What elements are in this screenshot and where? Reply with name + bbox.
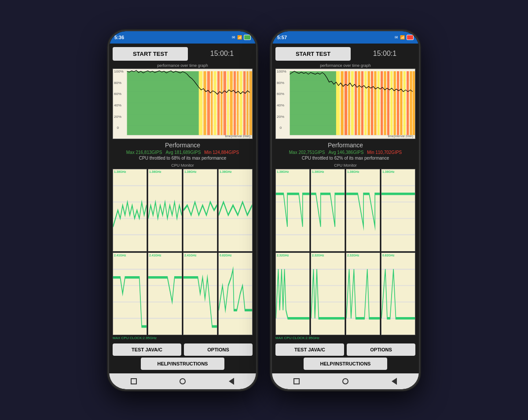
- svg-rect-140: [346, 253, 380, 335]
- perf-min-1: Min 124,884GIPS: [204, 150, 239, 155]
- nav-home-1[interactable]: [179, 377, 187, 385]
- options-button-2[interactable]: OPTIONS: [347, 343, 415, 356]
- perf-avg-1: Avg 181,689GIPS: [165, 150, 201, 155]
- max-cpu-label-1: MAX CPU CLOCK:2.95GHz: [113, 335, 253, 341]
- cpu-freq2-1-2: 1.38GHz: [347, 170, 359, 173]
- svg-rect-110: [276, 169, 309, 251]
- options-button-1[interactable]: OPTIONS: [184, 343, 253, 356]
- cpu-freq-2-1: 2.41GHz: [149, 254, 161, 257]
- svg-text:100%: 100%: [114, 69, 124, 73]
- cpu-freq-1-0: 1.38GHz: [114, 170, 126, 173]
- cpu-cell2-1-2: 1.38GHz: [346, 169, 380, 252]
- phone-frame-2: 5:57 ✉ 📶 11 START TEST 15:00:1 performan…: [271, 30, 420, 391]
- phone-1: 5:36 ✉ 📶 15 START TEST 15:00:1 performan…: [108, 30, 257, 391]
- status-icons-1: ✉ 📶 15: [232, 35, 251, 40]
- app-content-1: START TEST 15:00:1 performance over time…: [109, 44, 256, 373]
- status-icons-2: ✉ 📶 11: [395, 35, 414, 40]
- bottom-buttons-1: TEST JAVA/C OPTIONS HELP/INSTRUCTIONS: [113, 343, 253, 370]
- perf-graph-section-1: performance over time graph: [113, 63, 253, 139]
- nav-bar-2: [272, 373, 419, 389]
- perf-min-2: Min 110,702GIPS: [367, 150, 402, 155]
- cpu-freq-2-3: 0.82GHz: [220, 254, 232, 257]
- nav-square-1[interactable]: [130, 377, 138, 385]
- cpu-freq2-1-1: 1.38GHz: [312, 170, 324, 173]
- svg-rect-30: [199, 71, 252, 135]
- cpu-cell2-1-0: 1.38GHz: [275, 169, 310, 252]
- phone-screen-1: 5:36 ✉ 📶 15 START TEST 15:00:1 performan…: [109, 31, 256, 389]
- svg-rect-13: [127, 71, 199, 135]
- svg-text:80%: 80%: [277, 80, 284, 84]
- perf-numbers-1: Max 216,813GIPS Avg 181,689GIPS Min 124,…: [113, 150, 253, 155]
- start-test-button-1[interactable]: START TEST: [113, 47, 188, 61]
- phone-side-button: [257, 119, 257, 146]
- battery-icon-2: 11: [407, 35, 414, 40]
- cpu-monitor-1: CPU Monitor 1.38GHz: [113, 163, 253, 341]
- nav-back-1[interactable]: [227, 377, 235, 385]
- btn-row-2: TEST JAVA/C OPTIONS: [275, 343, 415, 356]
- cpu-freq-2-2: 2.41GHz: [184, 254, 197, 257]
- cpu-cell-1-0: 1.38GHz: [113, 169, 147, 252]
- status-time-2: 5:57: [277, 35, 287, 40]
- btn-row-1: TEST JAVA/C OPTIONS: [113, 343, 253, 356]
- svg-rect-125: [381, 169, 415, 251]
- cpu-grid-2: 1.38GHz 1.38GHz: [275, 169, 415, 335]
- svg-rect-36: [148, 169, 182, 251]
- cpu-freq2-1-0: 1.38GHz: [277, 170, 289, 173]
- perf-throttle-1: CPU throttled to 68% of its max performa…: [113, 156, 253, 161]
- perf-title-1: Performance: [113, 142, 253, 149]
- cpu-cell-1-1: 1.38GHz: [148, 169, 182, 252]
- graph-svg-1: 100% 80% 60% 40% 20% 0: [113, 69, 252, 139]
- svg-rect-115: [311, 169, 345, 251]
- time-label-1: time(interval 2min): [225, 135, 250, 138]
- cpu-cell-1-2: 1.38GHz: [183, 169, 217, 252]
- nav-square-2[interactable]: [293, 377, 301, 385]
- top-bar-1: START TEST 15:00:1: [113, 47, 253, 61]
- app-content-2: START TEST 15:00:1 performance over time…: [272, 44, 419, 373]
- test-java-button-1[interactable]: TEST JAVA/C: [113, 343, 181, 356]
- svg-text:80%: 80%: [114, 80, 121, 84]
- status-time-1: 5:36: [114, 35, 124, 40]
- timer-2: 15:00:1: [354, 50, 415, 58]
- help-row-2: HELP/INSTRUCTIONS: [275, 358, 415, 370]
- cpu-freq2-1-3: 1.38GHz: [382, 170, 395, 173]
- graph-label-2: performance over time graph: [275, 63, 415, 68]
- cpu-cell-2-1: 2.41GHz: [148, 252, 182, 335]
- wifi-icon-1: 📶: [237, 35, 242, 40]
- bottom-buttons-2: TEST JAVA/C OPTIONS HELP/INSTRUCTIONS: [275, 343, 415, 370]
- phone-frame-1: 5:36 ✉ 📶 15 START TEST 15:00:1 performan…: [108, 30, 257, 391]
- svg-text:60%: 60%: [114, 92, 121, 96]
- svg-text:100%: 100%: [277, 69, 286, 73]
- msg-icon-2: ✉: [395, 35, 398, 40]
- help-button-2[interactable]: HELP/INSTRUCTIONS: [304, 358, 388, 370]
- perf-graph-1: 100% 80% 60% 40% 20% 0: [113, 69, 253, 139]
- cpu-monitor-label-2: CPU Monitor: [275, 163, 415, 168]
- cpu-cell2-1-3: 1.38GHz: [381, 169, 415, 252]
- perf-throttle-2: CPU throttled to 62% of its max performa…: [275, 156, 415, 161]
- help-button-1[interactable]: HELP/INSTRUCTIONS: [141, 358, 225, 370]
- start-test-button-2[interactable]: START TEST: [275, 47, 351, 61]
- test-java-button-2[interactable]: TEST JAVA/C: [275, 343, 344, 356]
- svg-rect-56: [148, 253, 182, 335]
- cpu-cell2-2-2: 2.32GHz: [346, 252, 380, 335]
- cpu-cell2-1-1: 1.38GHz: [311, 169, 345, 252]
- svg-text:0: 0: [279, 126, 282, 130]
- cpu-freq-2-0: 2.41GHz: [114, 254, 126, 257]
- battery-icon-1: 15: [244, 35, 251, 40]
- help-row-1: HELP/INSTRUCTIONS: [113, 358, 253, 370]
- perf-max-1: Max 216,813GIPS: [126, 150, 162, 155]
- nav-home-2[interactable]: [341, 377, 349, 385]
- nav-back-2[interactable]: [390, 377, 398, 385]
- perf-stats-1: Performance Max 216,813GIPS Avg 181,689G…: [113, 142, 253, 161]
- cpu-freq2-2-3: 0.82GHz: [382, 254, 395, 257]
- cpu-freq2-2-2: 2.32GHz: [347, 254, 359, 257]
- phone-screen-2: 5:57 ✉ 📶 11 START TEST 15:00:1 performan…: [272, 31, 419, 389]
- svg-text:0: 0: [117, 126, 119, 130]
- graph-svg-2: 100% 80% 60% 40% 20% 0: [276, 69, 415, 139]
- perf-avg-2: Avg 146,386GIPS: [328, 150, 363, 155]
- cpu-freq-1-3: 1.38GHz: [220, 170, 232, 173]
- cpu-cell2-2-1: 2.32GHz: [311, 252, 345, 335]
- wifi-icon-2: 📶: [400, 35, 405, 40]
- phone-side-button-2: [419, 119, 420, 146]
- cpu-cell2-2-3: 0.82GHz: [381, 252, 415, 335]
- svg-text:20%: 20%: [114, 114, 121, 118]
